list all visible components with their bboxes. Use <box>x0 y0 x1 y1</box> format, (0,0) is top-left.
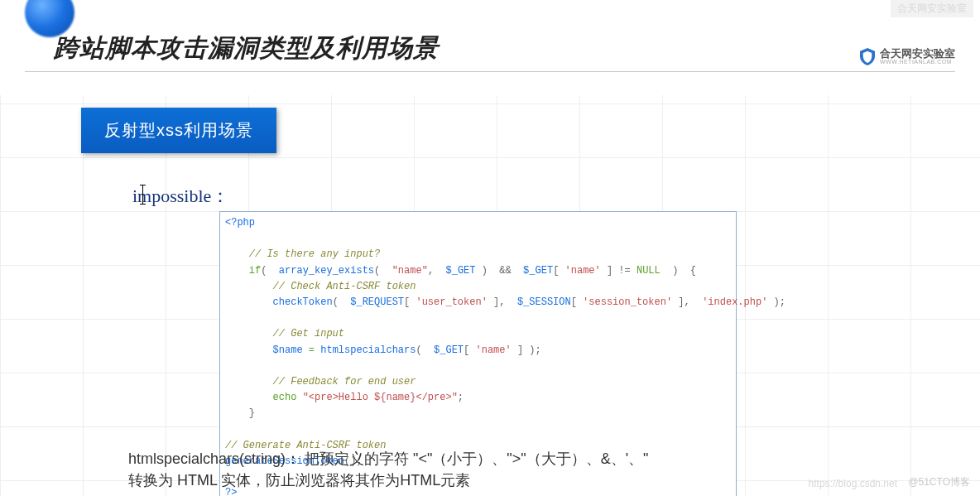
code-comment: // Check Anti-CSRF token <box>273 281 416 292</box>
watermark-top: 合天网安实验室 <box>891 0 973 17</box>
shield-icon <box>860 48 875 65</box>
title-divider <box>25 71 955 72</box>
logo-subtext: WWW.HETIANLAB.COM <box>880 59 955 65</box>
code-comment: // Feedback for end user <box>273 376 416 388</box>
logo-text: 合天网安实验室 <box>880 48 955 59</box>
text-cursor-icon <box>142 185 143 205</box>
slide-title: 跨站脚本攻击漏洞类型及利用场景 <box>54 31 439 65</box>
watermark-51cto: @51CTO博客 <box>908 475 970 489</box>
slide-header-area: 跨站脚本攻击漏洞类型及利用场景 合天网安实验室 WWW.HETIANLAB.CO… <box>0 0 980 95</box>
code-open-tag: <?php <box>225 217 255 229</box>
watermark-csdn: https://blog.csdn.net <box>809 478 897 489</box>
impossible-label: impossible： <box>132 184 229 209</box>
logo-area: 合天网安实验室 WWW.HETIANLAB.COM <box>860 48 955 65</box>
code-comment: // Is there any input? <box>249 248 380 260</box>
section-badge: 反射型xss利用场景 <box>81 108 276 153</box>
code-comment: // Get input <box>273 328 344 339</box>
